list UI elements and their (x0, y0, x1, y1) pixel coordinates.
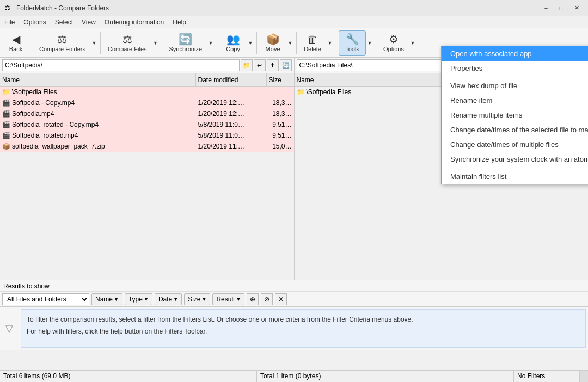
options-icon: ⚙ (389, 34, 399, 45)
results-label: Results to show (3, 282, 50, 290)
filter-clear-icon: ✕ (278, 295, 284, 303)
synchronize-button[interactable]: 🔄 Synchronize (164, 30, 207, 56)
options-arrow[interactable]: ▼ (409, 30, 416, 56)
copy-group: 👥 Copy ▼ (219, 30, 254, 56)
filter-select[interactable]: All Files and Folders Different Files Sa… (2, 293, 89, 305)
status-bar: Total 6 items (69.0 MB) Total 1 item (0 … (0, 370, 588, 382)
file-name-cell: 🎬 Softpedia - Copy.mp4 (0, 99, 196, 107)
file-name-text: Softpedia.mp4 (12, 110, 54, 118)
menu-item-open-with[interactable]: Open with associated app (442, 46, 588, 61)
delete-button[interactable]: 🗑 Delete (299, 30, 326, 56)
col-name-left[interactable]: Name (0, 73, 196, 86)
size-filter-button[interactable]: Size ▼ (184, 293, 210, 305)
filter-clear-button[interactable]: ✕ (275, 293, 287, 305)
options-group: ⚙ Options ▼ (378, 30, 416, 56)
menu-item-rename[interactable]: Rename item (442, 93, 588, 108)
copy-arrow[interactable]: ▼ (247, 30, 254, 56)
compare-folders-arrow[interactable]: ▼ (90, 30, 98, 56)
status-scrollbar[interactable] (579, 371, 588, 382)
result-filter-arrow: ▼ (236, 297, 241, 302)
move-button[interactable]: 📦 Move (259, 30, 286, 56)
result-filter-button[interactable]: Result ▼ (212, 293, 244, 305)
filter-remove-button[interactable]: ⊘ (261, 293, 273, 305)
file-name-cell: 🎬 Softpedia.mp4 (0, 110, 196, 118)
menu-item-hex-dump[interactable]: View hex dump of file (442, 78, 588, 93)
file-icon: 🎬 (2, 110, 10, 118)
move-arrow[interactable]: ▼ (286, 30, 294, 56)
menu-item-filters[interactable]: Maintain filters list (442, 169, 588, 184)
col-date-left[interactable]: Date modified (196, 73, 267, 86)
table-row[interactable]: 📦 softpedia_wallpaper_pack_7.zip 1/20/20… (0, 141, 294, 152)
table-row[interactable]: 🎬 Softpedia_rotated.mp4 5/8/2019 11:0… 9… (0, 130, 294, 141)
filter-remove-icon: ⊘ (264, 295, 270, 303)
tools-button[interactable]: 🔧 Tools (339, 30, 366, 56)
filter-add-button[interactable]: ⊕ (247, 293, 259, 305)
copy-icon: 👥 (226, 34, 240, 45)
compare-files-arrow[interactable]: ▼ (152, 30, 160, 56)
copy-label: Copy (226, 46, 240, 52)
menu-item-properties[interactable]: Properties (442, 61, 588, 76)
sep3 (162, 32, 162, 54)
name-filter-button[interactable]: Name ▼ (91, 293, 122, 305)
copy-button[interactable]: 👥 Copy (219, 30, 247, 56)
path-left-btn4[interactable]: 🔄 (280, 59, 292, 71)
maximize-button[interactable]: □ (554, 3, 568, 14)
window-controls: − □ ✕ (539, 3, 584, 14)
app-icon: ⚖ (4, 4, 13, 13)
options-button[interactable]: ⚙ Options (378, 30, 409, 56)
menu-select[interactable]: Select (51, 17, 77, 27)
synchronize-group: 🔄 Synchronize ▼ (164, 30, 215, 56)
type-filter-button[interactable]: Type ▼ (125, 293, 152, 305)
file-icon: 🎬 (2, 99, 10, 107)
back-icon: ◀ (12, 34, 20, 45)
synchronize-arrow[interactable]: ▼ (207, 30, 215, 56)
left-path-input[interactable] (2, 59, 240, 71)
path-left-btn3[interactable]: ⬆ (267, 59, 279, 71)
sep2 (100, 32, 101, 54)
sep1 (32, 32, 32, 54)
file-name-text: Softpedia_rotated - Copy.mp4 (12, 121, 99, 128)
result-filter-label: Result (216, 295, 235, 303)
path-left-btn2[interactable]: ↩ (254, 59, 266, 71)
synchronize-icon: 🔄 (179, 34, 192, 45)
back-button[interactable]: ◀ Back (2, 30, 29, 56)
date-filter-button[interactable]: Date ▼ (155, 293, 182, 305)
menu-help[interactable]: Help (168, 17, 191, 27)
close-button[interactable]: ✕ (569, 3, 584, 14)
menu-item-sync-clock[interactable]: Synchronize your system clock with an at… (442, 152, 588, 167)
file-name-cell: 🎬 Softpedia_rotated - Copy.mp4 (0, 121, 196, 128)
file-icon: 📦 (2, 143, 10, 150)
menu-item-rename-multiple[interactable]: Rename multiple items (442, 108, 588, 122)
compare-files-button[interactable]: ⚖ Compare Files (103, 30, 152, 56)
tools-group: 🔧 Tools ▼ (339, 30, 373, 56)
file-date-cell: 5/8/2019 11:0… (196, 132, 267, 139)
delete-arrow[interactable]: ▼ (326, 30, 334, 56)
compare-folders-button[interactable]: ⚖ Compare Folders (34, 30, 90, 56)
compare-folders-label: Compare Folders (39, 46, 85, 52)
menu-file[interactable]: File (0, 17, 19, 27)
file-name-text: \Softpedia Files (12, 88, 57, 96)
back-group: ◀ Back (2, 30, 29, 56)
menu-options[interactable]: Options (19, 17, 50, 27)
table-row[interactable]: 🎬 Softpedia - Copy.mp4 1/20/2019 12:… 18… (0, 97, 294, 108)
menu-ordering[interactable]: Ordering information (100, 17, 168, 27)
compare-folders-icon: ⚖ (57, 34, 67, 45)
menu-item-change-date-multiple[interactable]: Change date/times of multiple files (442, 137, 588, 152)
table-row[interactable]: 📁 \Softpedia Files (0, 87, 294, 97)
menu-view[interactable]: View (77, 17, 100, 27)
path-left-btn1[interactable]: 📁 (241, 59, 253, 71)
tools-arrow[interactable]: ▼ (366, 30, 373, 56)
status-right: No Filters (514, 371, 579, 382)
sep7 (336, 32, 336, 54)
table-row[interactable]: 🎬 Softpedia.mp4 1/20/2019 12:… 18,3… (0, 108, 294, 119)
minimize-button[interactable]: − (539, 3, 553, 14)
col-size-left[interactable]: Size (267, 73, 294, 86)
table-row[interactable]: 🎬 Softpedia_rotated - Copy.mp4 5/8/2019 … (0, 119, 294, 130)
type-filter-label: Type (128, 295, 143, 303)
delete-label: Delete (304, 46, 321, 52)
file-name-text: Softpedia_rotated.mp4 (12, 132, 78, 139)
file-date-cell: 1/20/2019 11:… (196, 143, 267, 150)
path-bar-left: 📁 ↩ ⬆ 🔄 (0, 58, 295, 73)
menu-item-change-date-match[interactable]: Change date/times of the selected file t… (442, 122, 588, 137)
name-filter-arrow: ▼ (114, 297, 119, 302)
